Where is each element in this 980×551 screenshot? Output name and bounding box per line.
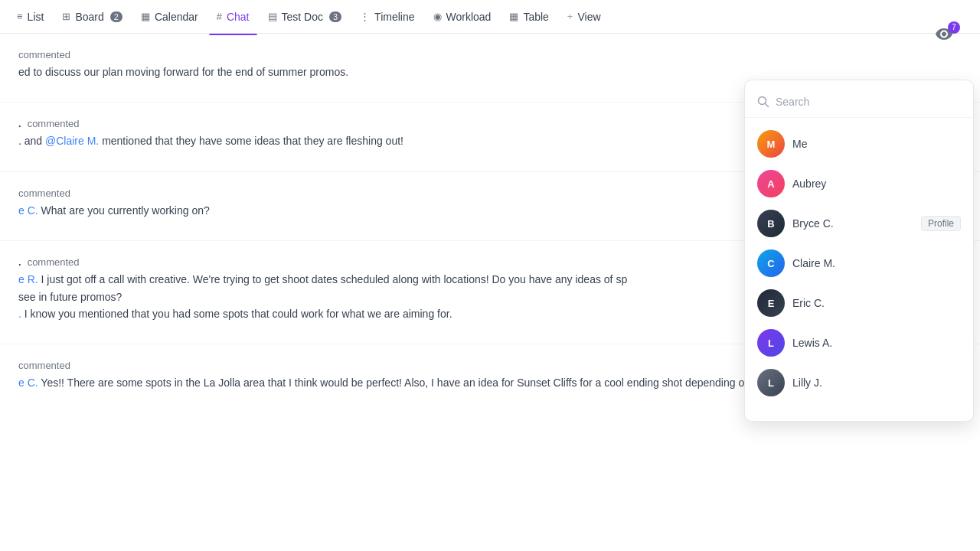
- avatar-lilly: L: [757, 369, 785, 396]
- user-dropdown: M Me A Aubrey B Bryce C. Profile C Clair…: [744, 80, 974, 422]
- list-icon: ≡: [17, 11, 23, 22]
- avatar-eric: E: [757, 289, 785, 317]
- avatar-claire: C: [757, 249, 785, 277]
- workload-icon: ◉: [433, 11, 442, 22]
- mention-claire[interactable]: @Claire M.: [45, 135, 99, 147]
- nav-calendar[interactable]: ▦ Calendar: [133, 6, 206, 28]
- search-row: [745, 90, 973, 118]
- user-item-lewis[interactable]: L Lewis A.: [745, 323, 973, 363]
- avatar-bryce: B: [757, 210, 785, 237]
- search-icon: [757, 96, 769, 108]
- nav-board[interactable]: ⊞ Board 2: [54, 6, 129, 28]
- comment-block: commented ed to discuss our plan moving …: [18, 49, 962, 80]
- table-icon: ▦: [509, 11, 518, 22]
- search-input[interactable]: [776, 96, 961, 108]
- nav-testdoc[interactable]: ▤ Test Doc 3: [260, 6, 350, 28]
- nav-timeline[interactable]: ⋮ Timeline: [352, 6, 422, 28]
- top-nav: ≡ List ⊞ Board 2 ▦ Calendar # Chat ▤ Tes…: [0, 0, 980, 34]
- user-list: M Me A Aubrey B Bryce C. Profile C Clair…: [745, 118, 973, 409]
- svg-line-1: [766, 104, 769, 107]
- user-item-me[interactable]: M Me: [745, 124, 973, 164]
- nav-table[interactable]: ▦ Table: [501, 6, 556, 28]
- user-item-aubrey[interactable]: A Aubrey: [745, 164, 973, 204]
- mention-ec[interactable]: e C.: [18, 204, 38, 217]
- comment-header: commented: [18, 49, 962, 60]
- nav-list[interactable]: ≡ List: [9, 6, 51, 28]
- board-icon: ⊞: [62, 11, 70, 22]
- nav-workload[interactable]: ◉ Workload: [426, 6, 499, 28]
- profile-button[interactable]: Profile: [921, 216, 961, 231]
- timeline-icon: ⋮: [360, 11, 370, 22]
- avatar-lewis: L: [757, 329, 785, 357]
- user-item-claire[interactable]: C Claire M.: [745, 243, 973, 283]
- mention-dot[interactable]: .: [18, 308, 21, 320]
- main-area: commented ed to discuss our plan moving …: [0, 34, 980, 551]
- mention-ec2[interactable]: e C.: [18, 377, 38, 389]
- avatar-aubrey: A: [757, 170, 785, 197]
- nav-add-view[interactable]: + View: [560, 6, 609, 28]
- user-item-lilly[interactable]: L Lilly J.: [745, 363, 973, 403]
- avatar-me: M: [757, 130, 785, 158]
- user-item-eric[interactable]: E Eric C.: [745, 283, 973, 323]
- calendar-icon: ▦: [141, 11, 150, 22]
- testdoc-icon: ▤: [268, 11, 277, 22]
- user-item-bryce[interactable]: B Bryce C. Profile: [745, 204, 973, 243]
- plus-icon: +: [567, 11, 573, 22]
- nav-chat[interactable]: # Chat: [209, 6, 257, 28]
- chat-icon: #: [217, 11, 222, 22]
- mention-er[interactable]: e R.: [18, 273, 38, 285]
